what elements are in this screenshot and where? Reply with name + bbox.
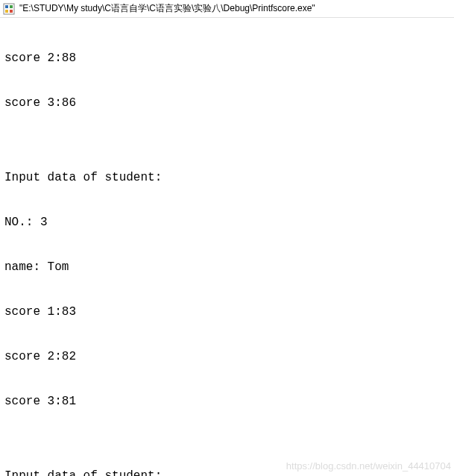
- svg-rect-1: [5, 5, 8, 8]
- console-output: score 2:88 score 3:86 Input data of stud…: [0, 18, 454, 476]
- console-line: Input data of student:: [4, 469, 450, 476]
- window-title: "E:\STUDY\My study\C语言自学\C语言实验\实验八\Debug…: [19, 2, 315, 15]
- console-line: score 3:81: [4, 394, 450, 409]
- console-line: score 2:82: [4, 349, 450, 364]
- console-line: score 1:83: [4, 304, 450, 319]
- console-line: NO.: 3: [4, 215, 450, 230]
- console-line: score 2:88: [4, 51, 450, 66]
- window-titlebar[interactable]: "E:\STUDY\My study\C语言自学\C语言实验\实验八\Debug…: [0, 0, 454, 18]
- svg-rect-2: [10, 5, 13, 8]
- console-line: score 3:86: [4, 95, 450, 110]
- app-icon: [3, 3, 15, 15]
- svg-rect-4: [10, 10, 13, 13]
- console-line: name: Tom: [4, 260, 450, 275]
- console-line: Input data of student:: [4, 170, 450, 185]
- svg-rect-3: [5, 10, 8, 13]
